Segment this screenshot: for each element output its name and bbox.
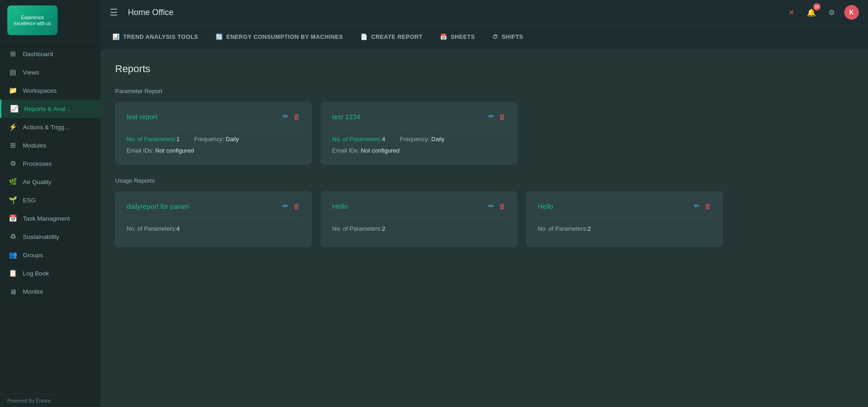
sidebar-item-processes[interactable]: ⚙ Processes (0, 154, 101, 173)
card-header: Hello ✏ 🗑 (332, 202, 506, 210)
card-edit-button[interactable]: ✏ (488, 112, 494, 121)
sidebar-item-logbook[interactable]: 📋 Log Book (0, 264, 101, 282)
card-actions: ✏ 🗑 (283, 112, 300, 121)
monitor-icon: 🖥 (8, 287, 17, 296)
cards-row-0: test report ✏ 🗑 No. of Parameters:1 Freq… (115, 102, 853, 164)
menu-icon[interactable]: ☰ (110, 7, 118, 18)
sidebar-item-label: Processes (23, 160, 52, 167)
actions-icon: ⚡ (8, 122, 17, 132)
params-value: 4 (176, 225, 180, 232)
card-delete-button[interactable]: 🗑 (499, 112, 506, 121)
workspaces-icon: 📁 (8, 86, 17, 95)
freq-value: Daily (431, 136, 445, 143)
sidebar-item-label: Log Book (23, 270, 49, 277)
create-tab-label: CREATE REPORT (371, 34, 423, 40)
card-meta: No. of Parameters:2 (538, 225, 711, 232)
logbook-icon: 📋 (8, 269, 17, 278)
sidebar-item-label: Modules (23, 142, 46, 149)
sidebar-item-monitor[interactable]: 🖥 Monitor (0, 282, 101, 301)
tab-shifts[interactable]: ⏱SHIFTS (484, 25, 532, 50)
sheets-tab-icon: 📅 (440, 33, 448, 40)
main-area: ☰ Home Office ✕ 🔔 35 ⚙ K 📊TREND ANALYSIS… (101, 0, 868, 407)
close-icon-btn[interactable]: ✕ (784, 5, 799, 20)
params-label: No. of Parameters: (127, 225, 176, 232)
sidebar-item-label: Views (23, 69, 39, 76)
sidebar-item-label: Reports & Anal... (24, 106, 70, 112)
card-edit-button[interactable]: ✏ (283, 112, 289, 121)
sidebar-item-actions[interactable]: ⚡ Actions & Trigg... (0, 118, 101, 136)
processes-icon: ⚙ (8, 159, 17, 168)
sidebar-item-sustainability[interactable]: ♻ Sustainability (0, 227, 101, 246)
groups-icon: 👥 (8, 250, 17, 259)
card-title: Hello (332, 202, 348, 210)
card-meta: No. of Parameters:4 (127, 225, 300, 232)
report-card-0-1[interactable]: test 1234 ✏ 🗑 No. of Parameters:4 Freque… (321, 102, 517, 164)
sidebar-item-label: Sustainability (23, 233, 59, 240)
powered-by-text: Powered By Enture (7, 398, 51, 403)
sidebar-item-label: Task Managment (23, 215, 70, 222)
taskmanagement-icon: 📅 (8, 214, 17, 223)
tab-trend[interactable]: 📊TREND ANALYSIS TOOLS (104, 25, 206, 50)
energy-tab-label: ENERGY CONSUMPTION BY MACHINES (226, 34, 343, 40)
report-card-1-2[interactable]: Hello ✏ 🗑 No. of Parameters:2 (526, 191, 723, 247)
create-tab-icon: 📄 (360, 33, 368, 40)
params-meta: No. of Parameters:2 (538, 225, 591, 232)
trend-tab-label: TREND ANALYSIS TOOLS (123, 34, 198, 40)
sidebar-item-groups[interactable]: 👥 Groups (0, 246, 101, 264)
sidebar-logo: Experience excellence with us (0, 0, 101, 41)
card-delete-button[interactable]: 🗑 (704, 202, 711, 210)
notification-btn[interactable]: 🔔 35 (804, 5, 819, 20)
tab-sheets[interactable]: 📅SHEETS (432, 25, 483, 50)
card-delete-button[interactable]: 🗑 (499, 202, 506, 210)
sidebar-item-airquality[interactable]: 🌿 Air Quality (0, 173, 101, 191)
card-meta: No. of Parameters:2 (332, 225, 506, 232)
esg-icon: 🌱 (8, 196, 17, 205)
topbar: ☰ Home Office ✕ 🔔 35 ⚙ K (101, 0, 868, 25)
energy-tab-icon: 🔄 (216, 33, 223, 40)
card-edit-button[interactable]: ✏ (283, 202, 289, 210)
section-label-0: Parameter Report (115, 88, 853, 95)
card-title: dailyreport for param (127, 202, 190, 210)
avatar[interactable]: K (844, 5, 859, 20)
tab-energy[interactable]: 🔄ENERGY CONSUMPTION BY MACHINES (207, 25, 351, 50)
report-card-1-1[interactable]: Hello ✏ 🗑 No. of Parameters:2 (321, 191, 517, 247)
card-actions: ✏ 🗑 (694, 202, 711, 210)
cards-row-1: dailyreport for param ✏ 🗑 No. of Paramet… (115, 191, 853, 247)
card-actions: ✏ 🗑 (283, 202, 300, 210)
card-delete-button[interactable]: 🗑 (293, 202, 300, 210)
sidebar: Experience excellence with us ⊞ Dashboar… (0, 0, 101, 407)
params-meta: No. of Parameters:1 (127, 136, 180, 143)
report-card-1-0[interactable]: dailyreport for param ✏ 🗑 No. of Paramet… (115, 191, 312, 247)
shifts-tab-label: SHIFTS (502, 34, 523, 40)
card-email: Email IDs: Not configured (127, 147, 300, 154)
card-divider (127, 217, 300, 218)
sidebar-item-label: Groups (23, 252, 43, 259)
tab-create[interactable]: 📄CREATE REPORT (352, 25, 431, 50)
sidebar-item-views[interactable]: ▤ Views (0, 63, 101, 81)
card-title: test report (127, 113, 158, 121)
sidebar-item-workspaces[interactable]: 📁 Workspaces (0, 81, 101, 100)
card-edit-button[interactable]: ✏ (488, 202, 494, 210)
settings-btn[interactable]: ⚙ (824, 5, 839, 20)
content-area: Reports Parameter Report test report ✏ 🗑… (101, 50, 868, 407)
card-edit-button[interactable]: ✏ (694, 202, 700, 210)
logo-text: Experience excellence with us (10, 15, 55, 26)
card-delete-button[interactable]: 🗑 (293, 112, 300, 121)
sidebar-item-label: ESG (23, 197, 36, 204)
sidebar-item-reports[interactable]: 📈 Reports & Anal... (0, 100, 101, 118)
card-email: Email IDs: Not configured (332, 147, 506, 154)
report-card-0-0[interactable]: test report ✏ 🗑 No. of Parameters:1 Freq… (115, 102, 312, 164)
sidebar-item-label: Workspaces (23, 87, 57, 94)
card-actions: ✏ 🗑 (488, 202, 506, 210)
sidebar-item-label: Monitor (23, 288, 43, 295)
sidebar-item-modules[interactable]: ⊞ Modules (0, 136, 101, 154)
card-divider (332, 128, 506, 128)
card-actions: ✏ 🗑 (488, 112, 506, 121)
params-label: No. of Parameters: (538, 225, 587, 232)
params-meta: No. of Parameters:4 (332, 136, 385, 143)
sidebar-item-taskmanagement[interactable]: 📅 Task Managment (0, 209, 101, 227)
card-header: test report ✏ 🗑 (127, 112, 300, 121)
sidebar-item-esg[interactable]: 🌱 ESG (0, 191, 101, 209)
card-divider (538, 217, 711, 218)
sidebar-item-dashboard[interactable]: ⊞ Dashboard (0, 45, 101, 63)
